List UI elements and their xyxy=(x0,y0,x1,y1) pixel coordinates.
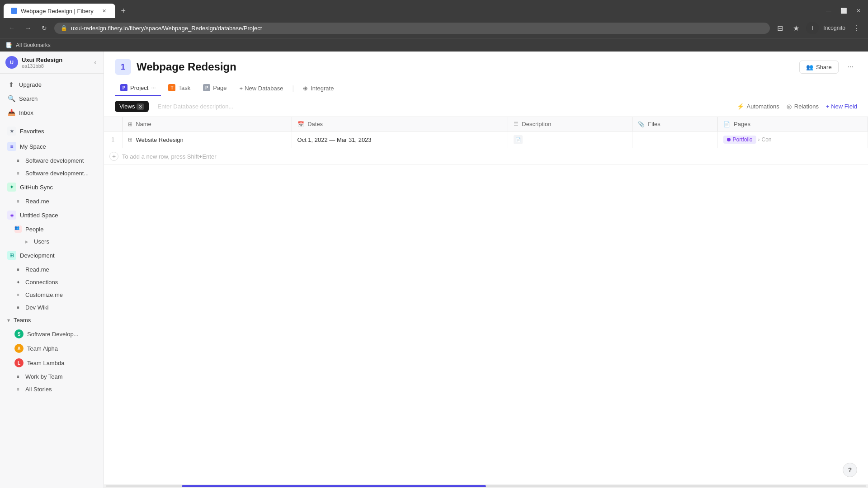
automations-button[interactable]: ⚡ Automations xyxy=(737,103,779,110)
page-tag[interactable]: Portfolio xyxy=(723,136,756,144)
tab-page[interactable]: P Page xyxy=(198,80,232,96)
people-icon: 👥 xyxy=(14,225,22,233)
col-files[interactable]: 📎 Files xyxy=(632,117,718,131)
profile-button[interactable]: I xyxy=(806,22,819,34)
files-col-icon: 📎 xyxy=(638,121,645,127)
file-icon: 📄 xyxy=(514,135,523,144)
sidebar-upgrade[interactable]: ⬆ Upgrade xyxy=(2,78,102,91)
workspace-info: U Uxui Redesign ea131bb8 xyxy=(5,56,62,69)
sidebar-my-space[interactable]: ≡ My Space xyxy=(2,139,102,154)
horizontal-scrollbar[interactable] xyxy=(104,484,868,488)
url-text: uxui-redesign.fibery.io/fibery/space/Web… xyxy=(71,25,262,32)
sidebar-toggle-button[interactable]: ‹ xyxy=(92,57,98,68)
sidebar-untitled-space[interactable]: ◈ Untitled Space xyxy=(2,208,102,222)
bookmark-button[interactable]: ★ xyxy=(790,22,802,34)
all-stories[interactable]: ≡ All Stories xyxy=(2,383,102,395)
dev-connections[interactable]: ✦ Connections xyxy=(2,276,102,288)
page-tag-dot xyxy=(727,138,731,141)
sidebar-teams[interactable]: ▾ Teams xyxy=(2,314,102,326)
row-name[interactable]: ⊞ Website Redesign xyxy=(122,131,292,148)
workspace-sub: ea131bb8 xyxy=(22,63,62,69)
team-sw-develop[interactable]: S Software Develop... xyxy=(2,327,102,341)
sw-dev-label-1: Software development xyxy=(25,157,84,164)
scrollbar-thumb xyxy=(182,485,486,487)
row-num: 1 xyxy=(104,131,122,148)
work-by-team-label: Work by Team xyxy=(25,373,63,380)
relations-button[interactable]: ◎ Relations xyxy=(787,103,819,110)
db-description-field[interactable]: Enter Database description... xyxy=(152,103,239,110)
tab-close-button[interactable]: ✕ xyxy=(101,7,108,14)
sidebar-github-sync[interactable]: ✦ GitHub Sync xyxy=(2,180,102,194)
work-by-team[interactable]: ≡ Work by Team xyxy=(2,371,102,382)
col-dates[interactable]: 📅 Dates xyxy=(292,117,508,131)
github-label: GitHub Sync xyxy=(20,184,53,191)
all-bookmarks[interactable]: All Bookmarks xyxy=(16,42,51,48)
share-button[interactable]: 👥 Share xyxy=(799,61,839,74)
upgrade-icon: ⬆ xyxy=(7,80,15,89)
col-num xyxy=(104,117,122,131)
new-field-button[interactable]: + New Field xyxy=(826,103,857,110)
team-sw-avatar: S xyxy=(14,329,24,338)
new-field-label: + New Field xyxy=(826,103,857,110)
col-pages[interactable]: 📄 Pages xyxy=(718,117,868,131)
development-label: Development xyxy=(20,252,55,259)
app-container: U Uxui Redesign ea131bb8 ‹ ⬆ Upgrade 🔍 S… xyxy=(0,52,868,488)
my-space-icon: ≡ xyxy=(7,142,16,151)
back-button[interactable]: ← xyxy=(5,22,18,34)
browser-actions: ⊟ ★ I Incognito ⋮ xyxy=(774,22,863,34)
desc-col-label: Description xyxy=(522,121,551,127)
sidebar-search[interactable]: 🔍 Search xyxy=(2,92,102,105)
row-pages[interactable]: Portfolio › Con xyxy=(718,131,868,148)
dev-readme[interactable]: ≡ Read.me xyxy=(2,263,102,275)
team-lambda[interactable]: L Team Lambda xyxy=(2,356,102,370)
github-readme[interactable]: ≡ Read.me xyxy=(2,195,102,207)
refresh-button[interactable]: ↻ xyxy=(38,22,51,34)
forward-button[interactable]: → xyxy=(22,22,34,34)
more-button[interactable]: ⋮ xyxy=(850,22,863,34)
browser-tabs: Webpage Redesign | Fibery ✕ + — ⬜ ✕ xyxy=(0,0,868,18)
views-label: Views xyxy=(119,103,135,110)
pages-col-icon: 📄 xyxy=(723,121,730,127)
dev-readme-icon: ≡ xyxy=(14,266,22,273)
inbox-icon: 📥 xyxy=(7,108,15,117)
sidebar-development[interactable]: ⊞ Development xyxy=(2,248,102,263)
people-item[interactable]: 👥 People xyxy=(2,223,102,235)
my-space-item-2[interactable]: ≡ Software development... xyxy=(2,167,102,179)
work-by-team-icon: ≡ xyxy=(14,373,22,380)
page-con-label: Con xyxy=(762,136,772,143)
active-tab[interactable]: Webpage Redesign | Fibery ✕ xyxy=(4,4,115,18)
sw-dev-icon-2: ≡ xyxy=(14,169,22,177)
url-bar[interactable]: 🔒 uxui-redesign.fibery.io/fibery/space/W… xyxy=(54,23,770,34)
workspace-name: Uxui Redesign xyxy=(22,56,62,63)
name-col-icon: ⊞ xyxy=(128,121,132,127)
scrollbar-track xyxy=(106,485,866,487)
dev-connections-icon: ✦ xyxy=(14,278,22,286)
my-space-item-1[interactable]: ≡ Software development xyxy=(2,155,102,166)
sidebar-inbox[interactable]: 📥 Inbox xyxy=(2,106,102,119)
new-tab-button[interactable]: + xyxy=(117,5,130,17)
team-alpha[interactable]: A Team Alpha xyxy=(2,342,102,355)
sidebar-favorites[interactable]: ★ Favorites xyxy=(2,124,102,138)
col-name[interactable]: ⊞ Name xyxy=(122,117,292,131)
dev-wiki[interactable]: ≡ Dev Wiki xyxy=(2,301,102,313)
help-button[interactable]: ? xyxy=(843,463,857,477)
extensions-button[interactable]: ⊟ xyxy=(774,22,786,34)
tab-task[interactable]: T Task xyxy=(163,80,196,96)
users-item[interactable]: ▸ Users xyxy=(2,236,102,247)
team-sw-label: Software Develop... xyxy=(27,331,78,338)
table-row[interactable]: 1 ⊞ Website Redesign Oct 1, 2022 — Mar 3… xyxy=(104,131,868,148)
dev-customize[interactable]: ≡ Customize.me xyxy=(2,289,102,300)
project-tab-label: Project xyxy=(130,84,148,91)
project-tab-dots[interactable]: ··· xyxy=(151,84,156,91)
more-options-button[interactable]: ··· xyxy=(844,60,857,74)
views-button[interactable]: Views 3 xyxy=(115,101,149,112)
col-description[interactable]: ☰ Description xyxy=(508,117,632,131)
new-database-button[interactable]: + New Database xyxy=(234,81,289,95)
integrate-icon: ⊕ xyxy=(303,85,308,92)
add-row-button[interactable]: + To add a new row, press Shift+Enter xyxy=(104,148,868,165)
tab-project[interactable]: P Project ··· xyxy=(115,80,161,96)
integrate-button[interactable]: ⊕ Integrate xyxy=(297,81,339,95)
bookmarks-bar: 📑 All Bookmarks xyxy=(0,38,868,52)
db-content: Views 3 Enter Database description... ⚡ … xyxy=(104,96,868,488)
workspace-header: U Uxui Redesign ea131bb8 ‹ xyxy=(0,52,104,74)
